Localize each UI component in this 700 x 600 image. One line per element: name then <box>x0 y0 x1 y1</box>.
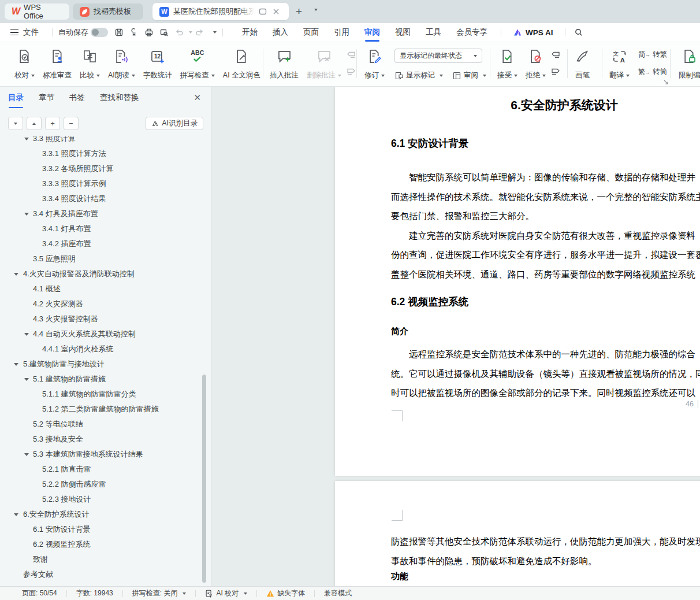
spell-check-button[interactable]: ABC 拼写检查 <box>177 47 218 82</box>
toc-expand-arrow-icon[interactable] <box>24 378 29 381</box>
menu-item[interactable]: 工具 <box>418 23 449 42</box>
toc-item[interactable]: 致谢 <box>0 552 204 567</box>
next-change-icon[interactable] <box>551 67 560 76</box>
toc-item[interactable]: 5.1 建筑物的防雷措施 <box>0 372 204 387</box>
toc-expand-arrow-icon[interactable] <box>24 333 29 336</box>
toc-item[interactable]: 4.4 自动灭火系统及其联动控制 <box>0 327 204 342</box>
to-traditional-button[interactable]: 简→ 转繁 <box>638 50 667 60</box>
toc-item[interactable]: 6.2 视频监控系统 <box>0 537 204 552</box>
toc-item[interactable]: 3.3.2 各场所照度计算 <box>0 161 204 176</box>
show-markup-button[interactable]: 显示标记 <box>394 71 443 80</box>
tab-document[interactable]: W 某医院住院部照明配电系统设 <box>152 3 289 20</box>
spell-check-status[interactable]: 拼写检查: 关闭 <box>132 588 187 598</box>
menu-item[interactable]: 会员专享 <box>449 23 495 42</box>
toc-expand-arrow-icon[interactable] <box>24 453 29 456</box>
search-icon[interactable] <box>572 25 586 39</box>
sidebar-scrollbar[interactable] <box>202 375 206 583</box>
toc-item[interactable]: 5.2.2 防侧击感应雷 <box>0 477 204 492</box>
toc-item[interactable]: 5.3 接地及安全 <box>0 432 204 447</box>
document-page-47[interactable]: 防盗报警等其他安全技术防范体系联动运行，使防范能力更加强大，能及时发现事故和事件… <box>335 481 700 586</box>
toc-item[interactable]: 4.4.1 室内消火栓系统 <box>0 342 204 357</box>
sidebar-tab[interactable]: 章节 <box>39 92 54 108</box>
insert-comment-button[interactable]: 插入批注 <box>267 47 301 82</box>
file-menu[interactable]: 文件 <box>0 23 46 42</box>
reject-change-button[interactable]: 拒绝 <box>523 47 549 82</box>
previous-comment-icon[interactable] <box>347 50 356 60</box>
undo-button[interactable] <box>172 25 186 39</box>
accept-change-button[interactable]: 接受 <box>494 47 520 82</box>
toc-item[interactable]: 4.2 火灾探测器 <box>0 297 204 312</box>
toc-item[interactable]: 3.4.2 插座布置 <box>0 236 204 251</box>
proofread-button[interactable]: 校对 <box>12 47 38 82</box>
toc-item[interactable]: 5.3 本建筑防雷接地系统设计结果 <box>0 447 204 462</box>
redo-button[interactable] <box>193 25 207 39</box>
wps-ai-button[interactable]: WPS AI <box>507 28 559 37</box>
tab-wps-office[interactable]: W WPS Office <box>5 3 69 20</box>
missing-font-warning[interactable]: 缺失字体 <box>266 588 305 598</box>
delete-comment-button[interactable]: 删除批注 <box>304 47 344 82</box>
new-tab-button[interactable]: + <box>296 5 302 18</box>
ai-recognize-toc-button[interactable]: AI识别目录 <box>146 117 203 130</box>
quick-toolbar-chevron-icon[interactable] <box>213 31 217 34</box>
standard-review-button[interactable]: 标准审查 <box>40 47 75 82</box>
toc-item[interactable]: 3.3 照度计算 <box>0 136 204 146</box>
ai-read-aloud-button[interactable]: AI朗读 <box>105 47 138 82</box>
tab-window-icon[interactable] <box>258 7 267 16</box>
print-preview-button[interactable] <box>157 25 171 39</box>
close-tab-icon[interactable] <box>271 7 281 16</box>
menu-item[interactable]: 开始 <box>234 23 265 42</box>
toc-expand-arrow-icon[interactable] <box>14 273 18 276</box>
sidebar-tab[interactable]: 书签 <box>69 92 85 108</box>
close-panel-icon[interactable]: ✕ <box>193 92 201 103</box>
ai-polish-button[interactable]: AI 全文润色 <box>220 47 263 82</box>
toc-item[interactable]: 5.1.2 第二类防雷建筑物的防雷措施 <box>0 402 204 417</box>
toc-item[interactable]: 5.建筑物防雷与接地设计 <box>0 357 204 372</box>
toc-item[interactable]: 5.1.1 建筑物的防雷防雷分类 <box>0 387 204 402</box>
toc-item[interactable]: 3.3.3 照度计算示例 <box>0 176 204 191</box>
ai-proofread-status[interactable]: AI 校对 <box>205 588 247 598</box>
undo-chevron-icon[interactable] <box>189 31 192 34</box>
menu-item[interactable]: 页面 <box>296 23 326 42</box>
translate-button[interactable]: 文A 翻译 <box>606 47 632 82</box>
toc-item[interactable]: 3.4.1 灯具布置 <box>0 221 204 236</box>
previous-change-icon[interactable] <box>551 50 560 60</box>
toc-expand-arrow-icon[interactable] <box>24 213 29 216</box>
print-button[interactable] <box>142 25 156 39</box>
menu-item[interactable]: 插入 <box>265 23 296 42</box>
toc-item[interactable]: 3.3.4 照度设计结果 <box>0 191 204 206</box>
ink-pen-button[interactable]: 画笔 <box>572 47 593 82</box>
toc-item[interactable]: 4.火灾自动报警器及消防联动控制 <box>0 266 204 282</box>
toc-item[interactable]: 5.2 等电位联结 <box>0 417 204 432</box>
toc-expand-arrow-icon[interactable] <box>24 138 29 140</box>
dialog-launcher-icon[interactable] <box>663 79 669 85</box>
markup-state-dropdown[interactable]: 显示标记的最终状态 <box>394 49 482 63</box>
collapse-all-button[interactable] <box>27 117 42 130</box>
compatibility-mode-indicator[interactable]: 兼容模式 <box>324 588 352 598</box>
expand-all-button[interactable] <box>8 117 23 130</box>
menu-item[interactable]: 引用 <box>326 23 357 42</box>
document-page-46[interactable]: 6.安全防护系统设计 6.1 安防设计背景 智能安防系统可以简单理解为：图像的传… <box>335 87 700 476</box>
track-changes-button[interactable]: 修订 <box>362 47 388 82</box>
sidebar-tab[interactable]: 目录 <box>8 92 24 108</box>
compare-button[interactable]: 比较 <box>77 47 103 82</box>
toc-item[interactable]: 6.安全防护系统设计 <box>0 507 204 522</box>
to-simplified-button[interactable]: 繁→ 转简 <box>638 67 667 77</box>
tab-docer-templates[interactable]: 找稻壳模板 <box>73 3 143 20</box>
menu-item[interactable]: 视图 <box>388 23 418 42</box>
toc-item[interactable]: 5.2.3 接地设计 <box>0 492 204 507</box>
toc-item[interactable]: 3.4 灯具及插座布置 <box>0 206 204 221</box>
autosave-toggle[interactable] <box>91 28 108 37</box>
menu-item[interactable]: 审阅 <box>357 23 388 42</box>
toc-item[interactable]: 3.5 应急照明 <box>0 251 204 266</box>
output-share-button[interactable] <box>127 25 141 39</box>
tab-list-chevron-icon[interactable] <box>314 9 318 11</box>
restrict-editing-button[interactable]: 限制编 <box>676 47 700 82</box>
review-pane-button[interactable]: 审阅 <box>452 71 486 80</box>
toc-expand-arrow-icon[interactable] <box>14 363 18 366</box>
sidebar-tab[interactable]: 查找和替换 <box>100 92 139 108</box>
toc-item[interactable]: 4.3 火灾报警控制器 <box>0 312 204 327</box>
zoom-out-toc-button[interactable]: − <box>64 117 79 130</box>
toc-item[interactable]: 6.1 安防设计背景 <box>0 522 204 537</box>
toc-item[interactable]: 4.1 概述 <box>0 282 204 297</box>
toc-item[interactable]: 参考文献 <box>0 567 204 582</box>
